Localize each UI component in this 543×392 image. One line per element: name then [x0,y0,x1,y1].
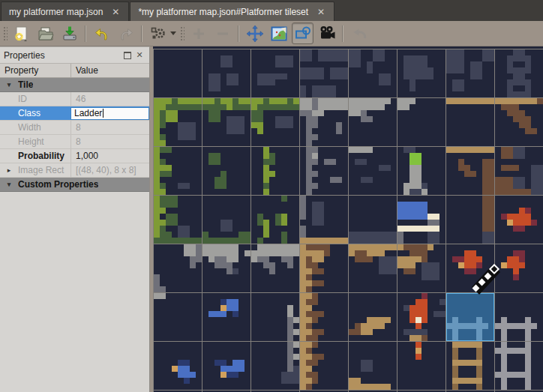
tileset-tile[interactable] [154,147,202,195]
property-row-class[interactable]: ClassLadder [0,106,149,121]
property-value: 1,000 [70,149,149,163]
tileset-tile[interactable] [446,342,494,390]
toolbar-separator [141,25,142,42]
tileset-tile[interactable] [251,49,299,97]
tileset-tile[interactable] [154,49,202,97]
toolbar-handle-2[interactable] [179,25,184,42]
tileset-tile[interactable] [349,293,397,341]
expand-arrow-icon[interactable]: ▸ [0,163,18,177]
tileset-tile[interactable] [300,49,348,97]
property-label: Class [18,108,70,118]
class-value-input[interactable]: Ladder [70,107,149,120]
tileset-tile[interactable] [495,98,543,146]
rearrange-tiles-icon[interactable] [244,22,266,44]
tab-close-icon[interactable]: ✕ [316,7,326,17]
tileset-tile[interactable] [349,196,397,244]
new-file-icon[interactable] [10,22,32,44]
property-row-probability[interactable]: Probability1,000 [0,149,149,163]
tileset-tile[interactable] [349,342,397,390]
tileset-tile[interactable] [154,98,202,146]
property-row-width[interactable]: Width8 [0,121,149,135]
property-value: 8 [70,121,149,134]
tileset-tile[interactable] [202,244,250,292]
group-label: Tile [18,79,33,90]
tileset-tile[interactable] [398,342,446,390]
tileset-tile-selected[interactable] [446,293,494,341]
property-column-header: Property [0,65,70,76]
tab-map[interactable]: my platformer map.json✕ [1,1,129,21]
tileset-tile[interactable] [251,244,299,292]
float-icon [124,52,131,59]
tileset-tile[interactable] [202,147,250,195]
tileset-tile[interactable] [495,293,543,341]
collapse-arrow-icon[interactable]: ▾ [0,78,18,91]
save-icon[interactable] [58,22,80,44]
tileset-tile[interactable] [300,98,348,146]
tileset-tile[interactable] [398,49,446,97]
property-row-height[interactable]: Height8 [0,135,149,149]
property-row-image-rect[interactable]: ▸Image Rect[(48, 40), 8 x 8] [0,163,149,178]
tileset-tile[interactable] [495,49,543,97]
tab-tileset[interactable]: *my platformer map.json#Platformer tiles… [130,1,334,21]
row-gutter [0,149,18,163]
undo-icon[interactable] [91,22,112,44]
tileset-tile[interactable] [154,196,202,244]
tileset-tile[interactable] [446,49,494,97]
tileset-tile[interactable] [398,196,446,244]
tab-close-icon[interactable]: ✕ [110,7,121,17]
tileset-tile[interactable] [202,342,250,390]
tileset-tile[interactable] [349,49,397,97]
property-row-id[interactable]: ID46 [0,92,149,106]
tileset-tile[interactable] [495,147,543,195]
tileset-tile[interactable] [446,196,494,244]
tileset-tile[interactable] [251,342,299,390]
execute-commands-icon[interactable] [147,22,169,44]
tileset-tile[interactable] [251,98,299,146]
input-text: Ladder [74,108,102,118]
dropdown-caret-icon[interactable] [170,31,176,35]
terrain-sets-icon[interactable] [268,22,290,44]
property-group-tile[interactable]: ▾Tile [0,78,149,92]
close-panel-button[interactable]: ✕ [134,49,146,61]
tileset-tile[interactable] [495,196,543,244]
tileset-tile[interactable] [446,98,494,146]
tileset-tile[interactable] [251,196,299,244]
tileset-tile[interactable] [154,244,202,292]
tileset-tile[interactable] [398,98,446,146]
tileset-tile[interactable] [251,293,299,341]
group-label: Custom Properties [18,179,98,190]
tileset-tile[interactable] [446,147,494,195]
tileset-tile[interactable] [495,244,543,292]
tileset-tile[interactable] [495,342,543,390]
tileset-tile[interactable] [446,244,494,292]
tileset-tile[interactable] [202,49,250,97]
property-group-custom-properties[interactable]: ▾Custom Properties [0,178,149,192]
float-panel-button[interactable] [122,49,134,61]
tileset-tile[interactable] [202,196,250,244]
tileset-tile[interactable] [349,98,397,146]
tileset-tile[interactable] [398,293,446,341]
open-file-icon[interactable] [34,22,56,44]
tileset-tile[interactable] [300,244,348,292]
tileset-tile[interactable] [300,293,348,341]
tileset-tile[interactable] [154,342,202,390]
property-label: ID [18,94,70,104]
property-value: Ladder [70,106,149,120]
properties-rows: ▾TileID46ClassLadderWidth8Height8Probabi… [0,78,149,192]
tileset-tile[interactable] [300,342,348,390]
toolbar-handle[interactable] [2,25,8,42]
tileset-tile[interactable] [398,244,446,292]
tile-animation-editor-icon[interactable] [316,22,338,44]
tileset-tile[interactable] [300,196,348,244]
tileset-tile[interactable] [349,147,397,195]
tileset-tile[interactable] [202,293,250,341]
tileset-tile[interactable] [154,293,202,341]
property-value: 8 [70,135,149,148]
tileset-tile[interactable] [251,147,299,195]
collapse-arrow-icon[interactable]: ▾ [0,178,18,191]
tileset-tile[interactable] [398,147,446,195]
tileset-tile[interactable] [300,147,348,195]
tile-collision-editor-icon[interactable] [292,22,314,44]
tileset-tile[interactable] [202,98,250,146]
tileset-tile[interactable] [349,244,397,292]
